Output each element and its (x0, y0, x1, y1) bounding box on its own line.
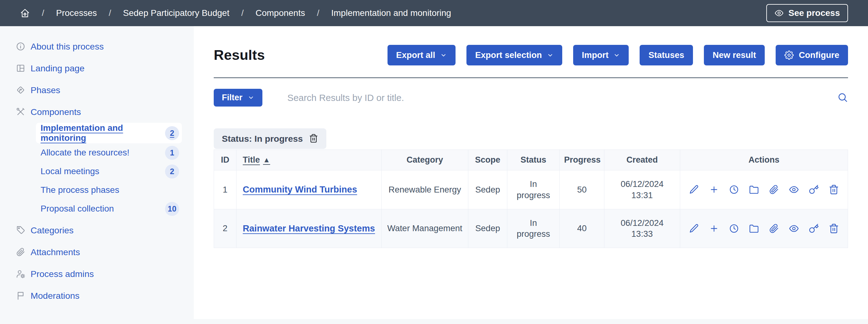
column-header-scope: Scope (468, 150, 507, 171)
sidebar-item-about[interactable]: About this process (0, 36, 194, 57)
trash-icon (309, 134, 318, 143)
timeline-clock-icon[interactable] (729, 184, 739, 195)
count-badge: 2 (165, 126, 179, 140)
flag-icon (16, 291, 25, 300)
cell-actions (680, 209, 848, 248)
breadcrumb-item-process[interactable]: Sedep Participatory Budget (123, 8, 229, 18)
cell-created: 06/12/2024 13:31 (604, 171, 680, 209)
sidebar-item-label: About this process (31, 41, 103, 52)
preview-eye-icon[interactable] (789, 184, 799, 195)
sidebar-item-phases[interactable]: Phases (0, 79, 194, 101)
sidebar-subitem-local-meetings[interactable]: Local meetings 2 (36, 162, 182, 181)
chip-label: Status: In progress (222, 134, 303, 144)
column-header-id: ID (214, 150, 237, 171)
export-selection-button[interactable]: Export selection (466, 45, 562, 65)
folder-icon[interactable] (749, 184, 759, 195)
delete-trash-icon[interactable] (829, 184, 839, 195)
sidebar-item-landing-page[interactable]: Landing page (0, 57, 194, 79)
permissions-key-icon[interactable] (809, 223, 819, 233)
sidebar-subitem-the-process-phases[interactable]: The process phases (36, 181, 182, 200)
count-badge: 1 (165, 146, 179, 160)
timeline-clock-icon[interactable] (729, 223, 739, 233)
sub-item-label: Allocate the resources! (40, 148, 129, 158)
breadcrumb: / Processes / Sedep Participatory Budget… (20, 8, 451, 18)
results-table: ID Title▲ Category Scope Status Progress… (214, 149, 848, 248)
breadcrumb-item-current[interactable]: Implementation and monitoring (331, 8, 451, 18)
sidebar-subitem-allocate-the-resources[interactable]: Allocate the resources! 1 (36, 143, 182, 162)
statuses-button[interactable]: Statuses (640, 45, 693, 65)
chevron-down-icon (547, 52, 554, 59)
button-label: Configure (799, 50, 839, 60)
export-all-button[interactable]: Export all (388, 45, 456, 65)
import-button[interactable]: Import (573, 45, 629, 65)
gear-icon (784, 50, 794, 60)
chevron-down-icon (613, 52, 620, 59)
breadcrumb-item-processes[interactable]: Processes (56, 8, 97, 18)
button-label: Statuses (648, 50, 684, 60)
remove-filter-button[interactable] (309, 134, 318, 144)
button-label: Filter (222, 93, 242, 103)
sidebar: About this process Landing page Phases C… (0, 26, 194, 324)
sidebar-item-components[interactable]: Components (0, 101, 194, 123)
search-input[interactable] (287, 92, 831, 103)
add-icon[interactable] (709, 184, 719, 195)
home-icon[interactable] (20, 8, 30, 18)
sort-by-title-link[interactable]: Title▲ (243, 155, 270, 165)
info-icon (16, 42, 25, 51)
chevron-down-icon (248, 95, 254, 101)
breadcrumb-separator: / (317, 8, 319, 18)
sort-asc-icon: ▲ (263, 156, 270, 164)
permissions-key-icon[interactable] (809, 184, 819, 195)
search-icon (837, 92, 848, 103)
paperclip-icon[interactable] (769, 184, 779, 195)
chevron-down-icon (440, 52, 447, 59)
column-header-category: Category (381, 150, 468, 171)
configure-button[interactable]: Configure (776, 45, 848, 65)
folder-icon[interactable] (749, 223, 759, 233)
sidebar-item-label: Attachments (31, 247, 80, 257)
sidebar-item-label: Phases (31, 85, 60, 95)
edit-icon[interactable] (689, 223, 699, 233)
sidebar-item-attachments[interactable]: Attachments (0, 241, 194, 263)
sidebar-item-moderations[interactable]: Moderations (0, 285, 194, 307)
cell-created: 06/12/2024 13:33 (604, 209, 680, 248)
cell-title: Community Wind Turbines (237, 171, 381, 209)
edit-icon[interactable] (689, 184, 699, 195)
sidebar-item-categories[interactable]: Categories (0, 219, 194, 241)
phases-icon (16, 85, 25, 95)
delete-trash-icon[interactable] (829, 223, 839, 233)
preview-eye-icon[interactable] (789, 223, 799, 233)
result-title-link[interactable]: Community Wind Turbines (243, 184, 357, 194)
result-title-link[interactable]: Rainwater Harvesting Systems (243, 223, 375, 233)
cell-id: 2 (214, 209, 237, 248)
sub-item-label: Local meetings (40, 166, 99, 176)
table-row: 2 Rainwater Harvesting Systems Water Man… (214, 209, 848, 248)
eye-icon (774, 8, 784, 18)
cell-progress: 40 (560, 209, 604, 248)
user-gear-icon (16, 269, 25, 279)
add-icon[interactable] (709, 223, 719, 233)
paperclip-icon[interactable] (769, 223, 779, 233)
new-result-button[interactable]: New result (704, 45, 765, 65)
table-header-row: ID Title▲ Category Scope Status Progress… (214, 150, 848, 171)
see-process-button[interactable]: See process (766, 4, 848, 22)
admin-app: / Processes / Sedep Participatory Budget… (0, 0, 868, 324)
sidebar-subitem-implementation-and-monitoring[interactable]: Implementation and monitoring 2 (36, 123, 182, 143)
page-header: Results Export all Export selection Impo… (214, 26, 848, 78)
breadcrumb-item-components[interactable]: Components (255, 8, 305, 18)
cell-category: Water Management (381, 209, 468, 248)
active-filters: Status: In progress (214, 128, 848, 149)
breadcrumb-separator: / (42, 8, 44, 18)
table-row: 1 Community Wind Turbines Renewable Ener… (214, 171, 848, 209)
column-header-status: Status (507, 150, 560, 171)
sidebar-subitem-proposal-collection[interactable]: Proposal collection 10 (36, 200, 182, 218)
filter-row: Filter (214, 89, 848, 107)
search-button[interactable] (837, 92, 848, 104)
sidebar-item-process-admins[interactable]: Process admins (0, 263, 194, 285)
column-header-progress: Progress (560, 150, 604, 171)
column-header-title: Title▲ (237, 150, 381, 171)
filter-button[interactable]: Filter (214, 89, 262, 107)
cell-actions (680, 171, 848, 209)
breadcrumb-separator: / (241, 8, 244, 18)
paperclip-icon (16, 247, 25, 257)
